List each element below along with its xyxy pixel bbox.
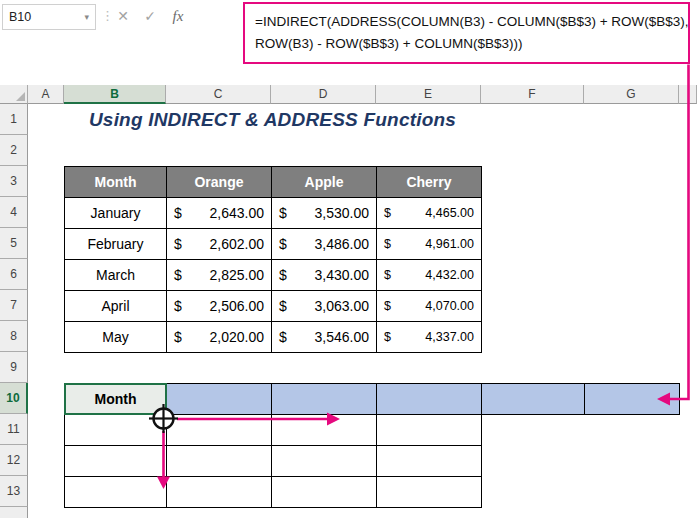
cell-E5[interactable]: $4,961.00 [376,228,482,260]
cell-C13[interactable] [166,476,272,508]
cell-B4[interactable]: January [64,197,167,229]
column-header-A[interactable]: A [28,85,64,104]
cell-amount: 3,063.00 [315,298,370,314]
cell-E8[interactable]: $4,337.00 [376,321,482,353]
currency-symbol: $ [384,268,391,282]
cell-D8[interactable]: $3,546.00 [271,321,377,353]
cell-C12[interactable] [166,445,272,477]
cell-amount: 3,430.00 [315,267,370,283]
cell-G10[interactable] [584,383,680,415]
name-box-dropdown-icon[interactable]: ▾ [84,12,89,22]
cell-D6[interactable]: $3,430.00 [271,259,377,291]
row-header-7[interactable]: 7 [0,290,28,321]
cell-B7[interactable]: April [64,290,167,322]
cell-B6[interactable]: March [64,259,167,291]
currency-symbol: $ [279,236,287,252]
name-box[interactable]: B10 ▾ [2,4,96,30]
cell-D4[interactable]: $3,530.00 [271,197,377,229]
cell-amount: 3,546.00 [315,329,370,345]
excel-window: B10 ▾ ⋮ ✕ ✓ fx =INDIRECT(ADDRESS(COLUMN(… [0,0,697,518]
table-header-apple[interactable]: Apple [271,166,377,198]
column-header-partial [679,85,697,104]
select-all-triangle-icon [16,92,25,101]
row-header-3[interactable]: 3 [0,166,28,197]
currency-symbol: $ [174,205,182,221]
row-header-9[interactable]: 9 [0,352,28,383]
cell-E7[interactable]: $4,070.00 [376,290,482,322]
cell-B8[interactable]: May [64,321,167,353]
row-header-10[interactable]: 10 [0,383,28,414]
cell-B5[interactable]: February [64,228,167,260]
cell-E13[interactable] [376,476,482,508]
cell-C7[interactable]: $2,506.00 [166,290,272,322]
active-cell-B10[interactable]: Month [64,383,167,415]
cell-amount: 4,961.00 [425,237,474,251]
cell-amount: 3,530.00 [315,205,370,221]
cell-D13[interactable] [271,476,377,508]
formula-input[interactable]: =INDIRECT(ADDRESS(COLUMN(B3) - COLUMN($B… [243,2,690,64]
row-header-12[interactable]: 12 [0,445,28,476]
cell-C10[interactable] [166,383,272,415]
table-header-cherry[interactable]: Cherry [376,166,482,198]
enter-icon[interactable]: ✓ [139,8,161,24]
currency-symbol: $ [384,299,391,313]
currency-symbol: $ [279,205,287,221]
sheet-title: Using INDIRECT & ADDRESS Functions [64,104,481,135]
cell-E6[interactable]: $4,432.00 [376,259,482,291]
table-header-month[interactable]: Month [64,166,167,198]
row-header-8[interactable]: 8 [0,321,28,352]
cell-C4[interactable]: $2,643.00 [166,197,272,229]
row-header-1[interactable]: 1 [0,104,28,135]
cell-amount: 4,070.00 [425,299,474,313]
cell-D5[interactable]: $3,486.00 [271,228,377,260]
currency-symbol: $ [279,267,287,283]
cell-amount: 4,465.00 [425,206,474,220]
row-header-11[interactable]: 11 [0,414,28,445]
cell-amount: 4,432.00 [425,268,474,282]
insert-function-icon[interactable]: fx [167,8,189,25]
column-header-D[interactable]: D [271,85,376,104]
currency-symbol: $ [174,267,182,283]
column-header-B[interactable]: B [64,85,166,104]
cell-B13[interactable] [64,476,167,508]
cell-C8[interactable]: $2,020.00 [166,321,272,353]
currency-symbol: $ [384,330,391,344]
row-header-2[interactable]: 2 [0,135,28,166]
select-all-corner[interactable] [0,85,28,104]
cell-B12[interactable] [64,445,167,477]
row-header-5[interactable]: 5 [0,228,28,259]
cell-B11[interactable] [64,414,167,446]
column-header-C[interactable]: C [166,85,271,104]
currency-symbol: $ [279,298,287,314]
cell-E12[interactable] [376,445,482,477]
cell-amount: 2,825.00 [210,267,265,283]
formula-line-2: ROW(B3) - ROW($B$3) + COLUMN($B$3))) [255,33,678,55]
table-header-orange[interactable]: Orange [166,166,272,198]
cell-amount: 3,486.00 [315,236,370,252]
column-header-F[interactable]: F [481,85,584,104]
cell-amount: 2,602.00 [210,236,265,252]
cell-C11[interactable] [166,414,272,446]
cancel-icon[interactable]: ✕ [112,8,134,24]
row-header-4[interactable]: 4 [0,197,28,228]
column-header-G[interactable]: G [584,85,679,104]
column-header-E[interactable]: E [376,85,481,104]
cell-E4[interactable]: $4,465.00 [376,197,482,229]
cell-C5[interactable]: $2,602.00 [166,228,272,260]
cell-E10[interactable] [376,383,482,415]
currency-symbol: $ [174,329,182,345]
row-header-13[interactable]: 13 [0,476,28,507]
cell-E11[interactable] [376,414,482,446]
cell-amount: 2,643.00 [210,205,265,221]
currency-symbol: $ [279,329,287,345]
cell-C6[interactable]: $2,825.00 [166,259,272,291]
cell-F10[interactable] [481,383,585,415]
cell-D10[interactable] [271,383,377,415]
cell-amount: 2,020.00 [210,329,265,345]
cell-amount: 2,506.00 [210,298,265,314]
cell-D11[interactable] [271,414,377,446]
currency-symbol: $ [384,237,391,251]
row-header-6[interactable]: 6 [0,259,28,290]
cell-D7[interactable]: $3,063.00 [271,290,377,322]
cell-D12[interactable] [271,445,377,477]
